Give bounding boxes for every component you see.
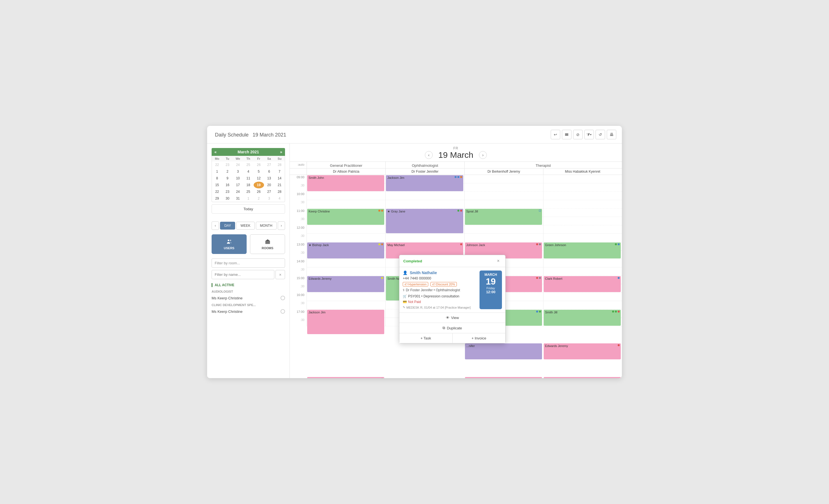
cal-date[interactable]: 22 <box>212 188 222 195</box>
cell-col1-1330[interactable] <box>307 251 385 259</box>
cell-col1-1600[interactable] <box>307 293 385 301</box>
cell-col1-1430[interactable] <box>307 267 385 276</box>
duplicate-action-row[interactable]: ⧉ Duplicate <box>399 323 505 333</box>
cal-date[interactable]: 13 <box>264 175 275 182</box>
cell-col4-1100[interactable] <box>543 209 622 217</box>
room-filter-select[interactable]: Filter by room... <box>212 258 285 268</box>
today-button[interactable]: Today <box>212 204 285 214</box>
cell-col1-1500[interactable] <box>307 276 385 284</box>
cal-date[interactable]: 14 <box>275 175 285 182</box>
cell-col1-1700[interactable] <box>307 310 385 318</box>
cell-col2-1000[interactable] <box>385 192 464 200</box>
appointment-popup[interactable]: Completed × 👤 Smith Nathalie +44 7440 00… <box>399 255 506 344</box>
cell-col1-1030[interactable] <box>307 200 385 209</box>
appointment[interactable]: Gray Jane <box>307 377 384 378</box>
cal-date[interactable]: 7 <box>275 168 285 175</box>
filter-tool-btn[interactable]: ⧩▾ <box>584 130 594 139</box>
cell-col1-0900[interactable] <box>307 175 385 183</box>
cell-col4-1600[interactable] <box>543 293 622 301</box>
cell-col1-1300[interactable] <box>307 242 385 251</box>
cal-date[interactable]: 16 <box>222 182 232 188</box>
cal-date[interactable]: 23 <box>222 188 232 195</box>
view-day-btn[interactable]: DAY <box>220 222 235 229</box>
cal-prev-btn[interactable]: ‹ <box>425 151 433 159</box>
cell-col3-1200[interactable] <box>464 225 543 234</box>
cell-col3-1030[interactable] <box>464 200 543 209</box>
cal-date[interactable]: 1 <box>212 168 222 175</box>
cell-col3-1100[interactable] <box>464 209 543 217</box>
cell-col4-1000[interactable] <box>543 192 622 200</box>
cell-col3-1130[interactable] <box>464 217 543 225</box>
cell-col4-1400[interactable] <box>543 259 622 267</box>
cell-col4-1500[interactable] <box>543 276 622 284</box>
cal-date[interactable]: 24 <box>232 161 243 168</box>
cell-col4-1130[interactable] <box>543 217 622 225</box>
appointment[interactable]: ...ack <box>465 377 542 378</box>
cell-col4-1330[interactable] <box>543 251 622 259</box>
cal-date[interactable]: 25 <box>243 161 253 168</box>
cell-col1-1530[interactable] <box>307 284 385 293</box>
cal-date[interactable]: 29 <box>212 195 222 202</box>
prac-radio[interactable] <box>281 309 285 314</box>
cal-date[interactable]: 15 <box>212 182 222 188</box>
cal-date[interactable]: 5 <box>254 168 264 175</box>
cell-col4-1230[interactable] <box>543 234 622 242</box>
cal-date[interactable]: 1 <box>243 195 253 202</box>
cal-date[interactable]: 26 <box>254 161 264 168</box>
prac-radio[interactable] <box>281 296 285 300</box>
filter-clear-btn[interactable]: × <box>276 270 285 279</box>
cal-date[interactable]: 12 <box>254 175 264 182</box>
cell-col3-1230[interactable] <box>464 234 543 242</box>
cell-col2-1130[interactable] <box>385 217 464 225</box>
cal-date-today[interactable]: 19 <box>254 182 264 188</box>
cal-date[interactable]: 28 <box>275 188 285 195</box>
print-tool-btn[interactable]: 🖶 <box>607 130 616 139</box>
cell-col3-1000[interactable] <box>464 192 543 200</box>
cal-date[interactable]: 30 <box>222 195 232 202</box>
cell-col4-1700[interactable] <box>543 310 622 318</box>
cell-col1-1630[interactable] <box>307 301 385 310</box>
cell-col3-0900[interactable] <box>464 175 543 183</box>
cal-date[interactable]: 26 <box>254 188 264 195</box>
cal-date[interactable]: 11 <box>243 175 253 182</box>
cal-date[interactable]: 8 <box>212 175 222 182</box>
cell-col1-0930[interactable] <box>307 183 385 192</box>
cal-date[interactable]: 28 <box>275 161 285 168</box>
users-mode-btn[interactable]: USERS <box>212 235 247 254</box>
cell-col2-0900[interactable] <box>385 175 464 183</box>
appointment[interactable]: ...nifer <box>465 344 542 359</box>
cell-col1-1730[interactable] <box>307 318 385 326</box>
cell-col4-1630[interactable] <box>543 301 622 310</box>
cal-date[interactable]: 3 <box>264 195 275 202</box>
invoice-btn[interactable]: + Invoice <box>453 333 506 343</box>
cal-date[interactable]: 20 <box>264 182 275 188</box>
cal-date[interactable]: 2 <box>222 168 232 175</box>
refresh-tool-btn[interactable]: ↺ <box>596 130 605 139</box>
cell-col4-1300[interactable] <box>543 242 622 251</box>
cell-col3-1300[interactable] <box>464 242 543 251</box>
cal-date[interactable]: 10 <box>232 175 243 182</box>
cell-col1-1000[interactable] <box>307 192 385 200</box>
cal-date[interactable]: 22 <box>212 161 222 168</box>
cal-date[interactable]: 25 <box>243 188 253 195</box>
cal-prev-btn[interactable]: « <box>214 150 217 154</box>
cal-date[interactable]: 21 <box>275 182 285 188</box>
cell-col4-1530[interactable] <box>543 284 622 293</box>
cell-col1-1130[interactable] <box>307 217 385 225</box>
cal-date[interactable]: 27 <box>264 188 275 195</box>
cell-col2-1200[interactable] <box>385 225 464 234</box>
arrow-tool-btn[interactable]: ↩ <box>551 130 560 139</box>
cell-col4-1030[interactable] <box>543 200 622 209</box>
cal-date[interactable]: 3 <box>232 168 243 175</box>
slash-tool-btn[interactable]: ⊘ <box>573 130 583 139</box>
cal-date[interactable]: 2 <box>254 195 264 202</box>
cell-col2-0930[interactable] <box>385 183 464 192</box>
cell-col4-1730[interactable] <box>543 318 622 326</box>
cell-col2-1230[interactable] <box>385 234 464 242</box>
cell-col1-1100[interactable] <box>307 209 385 217</box>
cal-date[interactable]: 9 <box>222 175 232 182</box>
cell-col2-1030[interactable] <box>385 200 464 209</box>
cell-col3-0930[interactable] <box>464 183 543 192</box>
cal-date[interactable]: 18 <box>243 182 253 188</box>
cal-date[interactable]: 24 <box>232 188 243 195</box>
